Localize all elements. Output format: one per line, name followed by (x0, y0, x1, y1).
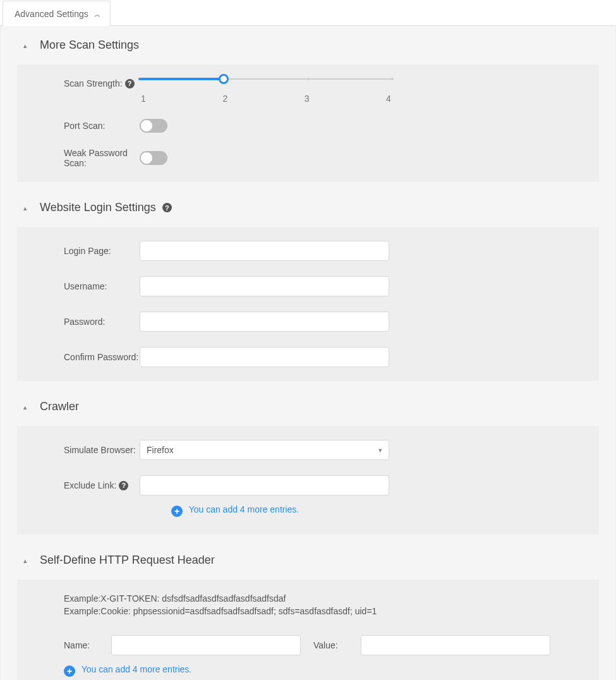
section-body-scan: Scan Strength: ? (17, 64, 599, 182)
chevron-down-icon: ▾ (378, 446, 382, 454)
section-title: Self-Define HTTP Request Header (40, 554, 215, 567)
section-more-scan: ▴ More Scan Settings Scan Strength: ? (1, 26, 615, 188)
section-title: Crawler (40, 400, 79, 413)
port-scan-label: Port Scan: (32, 121, 140, 131)
section-login: ▴ Website Login Settings ? Login Page: U… (1, 188, 615, 387)
section-body-crawler: Simulate Browser: Firefox ▾ Exclude Link… (17, 426, 599, 535)
confirm-password-label: Confirm Password: (32, 352, 140, 362)
simulate-browser-select[interactable]: Firefox ▾ (140, 440, 389, 460)
section-header-crawler[interactable]: ▴ Crawler (23, 400, 593, 413)
port-scan-toggle[interactable] (140, 119, 167, 133)
section-crawler: ▴ Crawler Simulate Browser: Firefox ▾ Ex… (1, 387, 615, 541)
header-name-input[interactable] (111, 635, 301, 655)
slider-thumb[interactable] (219, 74, 229, 84)
http-header-row: Name: Value: (32, 635, 584, 655)
confirm-password-input[interactable] (140, 347, 389, 367)
section-body-login: Login Page: Username: Password: Confirm … (17, 227, 599, 381)
slider-tick-labels: 1 2 3 4 (140, 94, 392, 104)
tab-bar: Advanced Settings ︽ (0, 0, 616, 26)
section-http-header: ▴ Self-Define HTTP Request Header Exampl… (1, 541, 615, 680)
chevron-up-icon: ▴ (23, 204, 31, 212)
weak-password-toggle[interactable] (140, 151, 167, 165)
section-header-login[interactable]: ▴ Website Login Settings ? (23, 201, 593, 214)
login-page-input[interactable] (140, 241, 389, 261)
add-header-entry[interactable]: You can add 4 more entries. (82, 664, 192, 674)
settings-panel: ▴ More Scan Settings Scan Strength: ? (0, 26, 616, 680)
tab-label: Advanced Settings (15, 9, 88, 19)
scan-strength-slider[interactable] (140, 78, 392, 80)
exclude-link-label: Exclude Link: ? (32, 480, 140, 490)
plus-icon[interactable]: + (171, 506, 183, 517)
tab-advanced-settings[interactable]: Advanced Settings ︽ (3, 1, 111, 26)
header-value-label: Value: (313, 640, 348, 650)
chevron-up-icon: ︽ (91, 2, 104, 27)
password-label: Password: (32, 317, 140, 327)
simulate-browser-label: Simulate Browser: (32, 445, 140, 455)
section-title: Website Login Settings (40, 201, 156, 214)
section-title: More Scan Settings (40, 39, 139, 52)
username-input[interactable] (140, 276, 389, 296)
chevron-up-icon: ▴ (23, 42, 31, 49)
section-header-scan[interactable]: ▴ More Scan Settings (23, 39, 593, 52)
help-icon[interactable]: ? (119, 481, 128, 490)
plus-icon[interactable]: + (64, 665, 75, 677)
example-text-1: Example:X-GIT-TOKEN: dsfsdfsadfasdfsadfa… (32, 593, 584, 604)
section-header-http[interactable]: ▴ Self-Define HTTP Request Header (23, 554, 593, 567)
add-exclude-entry[interactable]: You can add 4 more entries. (189, 504, 299, 514)
chevron-up-icon: ▴ (23, 403, 31, 411)
example-text-2: Example:Cookie: phpsessionid=asdfsadfsad… (32, 606, 584, 616)
help-icon[interactable]: ? (162, 203, 172, 212)
chevron-up-icon: ▴ (23, 557, 31, 564)
header-name-label: Name: (64, 640, 99, 650)
weak-password-scan-label: Weak Password Scan: (32, 148, 140, 168)
header-value-input[interactable] (361, 635, 550, 655)
section-body-http: Example:X-GIT-TOKEN: dsfsdfsadfasdfsadfa… (17, 580, 599, 680)
login-page-label: Login Page: (32, 246, 140, 256)
select-value: Firefox (147, 445, 174, 455)
username-label: Username: (32, 281, 140, 291)
exclude-link-input[interactable] (140, 475, 389, 495)
scan-strength-label: Scan Strength: ? (32, 78, 140, 88)
help-icon[interactable]: ? (125, 79, 135, 88)
password-input[interactable] (140, 312, 389, 332)
